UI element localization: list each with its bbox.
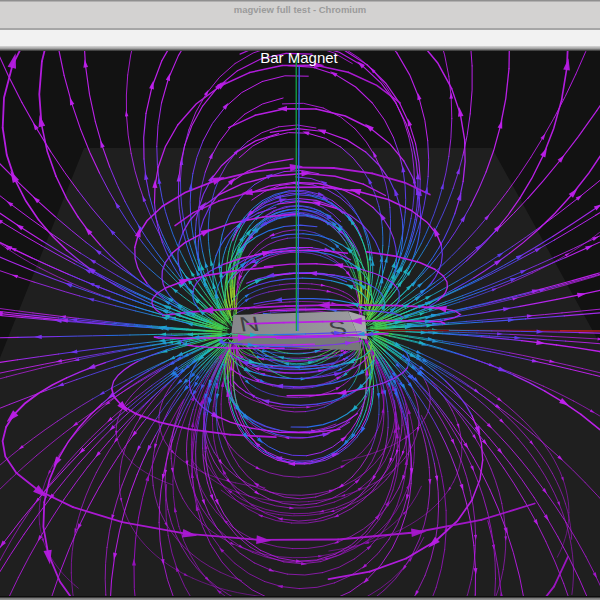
svg-text:Bar Magnet: Bar Magnet: [260, 49, 338, 66]
svg-text:magview full test - Chromium: magview full test - Chromium: [234, 4, 367, 15]
